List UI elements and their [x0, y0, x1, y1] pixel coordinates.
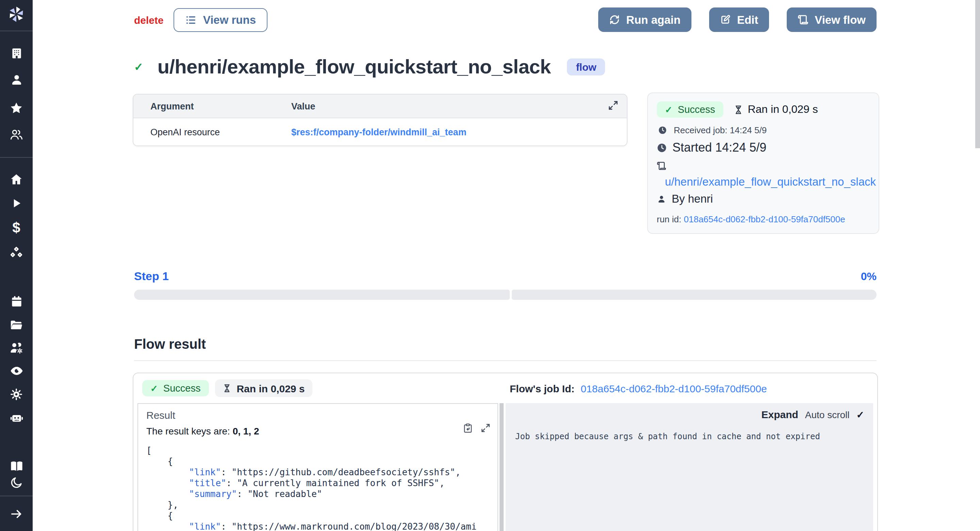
result-card-header: ✓ Success Ran in 0,029 s Flow's job Id: … [134, 373, 877, 403]
code-line: "summary": "Not readable" [146, 489, 489, 500]
hourglass-icon [733, 105, 743, 114]
autoscroll-toggle-label[interactable]: Auto scroll [805, 409, 850, 420]
result-title: Result [146, 409, 489, 421]
progress-percent: 0% [861, 271, 877, 283]
author-label: By henri [672, 192, 713, 205]
clock-icon [658, 126, 667, 135]
folders-folder-icon[interactable] [0, 318, 33, 332]
flow-result-heading: Flow result [134, 336, 206, 352]
run-id-label: run id: [657, 214, 681, 224]
arguments-table-header: Argument Value [134, 95, 627, 118]
list-icon [185, 14, 197, 25]
window-scrollbar [975, 0, 980, 531]
result-keys-value: 0, 1, 2 [233, 426, 259, 436]
scrollbar-thumb[interactable] [975, 0, 980, 148]
view-flow-label: View flow [815, 13, 865, 26]
column-header-argument: Argument [134, 101, 291, 111]
result-card-body: Result The result keys are: 0, 1, 2 [ { … [134, 403, 877, 531]
sidebar-divider [0, 157, 33, 158]
started-label: Started 14:24 5/9 [672, 141, 766, 155]
action-buttons: Run again Edit View flow [598, 8, 877, 32]
code-line: }, [146, 500, 489, 510]
code-line: "link": "https://github.com/deadbeefsoci… [146, 467, 489, 478]
started-info: Started 14:24 5/9 [657, 141, 870, 155]
argument-name-cell: OpenAI resource [134, 127, 291, 137]
groups-settings-icon[interactable] [0, 341, 33, 355]
run-id-row: run id: 018a654c-d062-fbb2-d100-59fa70df… [657, 214, 870, 224]
scroll-flow-icon [798, 14, 808, 25]
json-code: [ { "link": "https://github.com/deadbeef… [146, 445, 489, 531]
workspace-building-icon[interactable] [0, 47, 33, 60]
section-divider [134, 360, 877, 361]
flow-result-card: ✓ Success Ran in 0,029 s Flow's job Id: … [133, 372, 878, 531]
flow-path-link[interactable]: u/henri/example_flow_quickstart_no_slack [657, 175, 870, 188]
docs-book-icon[interactable] [0, 459, 33, 473]
expand-table-icon[interactable] [608, 100, 619, 114]
duration-badge: Ran in 0,029 s [215, 379, 312, 397]
result-keys-prefix: The result keys are: [146, 426, 233, 436]
run-info-panel: ✓ Success Ran in 0,029 s Received job: 1… [647, 92, 879, 234]
flow-type-badge: flow [567, 59, 605, 76]
step-label[interactable]: Step 1 [134, 270, 169, 284]
sidebar-divider [0, 30, 33, 31]
code-line: { [146, 456, 489, 467]
check-icon: ✓ [150, 383, 158, 393]
edit-button[interactable]: Edit [709, 8, 769, 32]
hourglass-icon [222, 384, 231, 393]
ai-robot-icon[interactable] [0, 411, 33, 425]
page-title: u/henri/example_flow_quickstart_no_slack [158, 56, 551, 78]
status-label: Success [163, 383, 201, 394]
duration-label: Ran in 0,029 s [748, 103, 818, 116]
job-id-label: Flow's job Id: [510, 382, 574, 394]
sidebar: $ [0, 0, 33, 531]
home-icon[interactable] [0, 173, 33, 186]
variables-dollar-icon[interactable]: $ [0, 220, 33, 235]
expand-sidebar-arrow-icon[interactable] [0, 507, 33, 521]
view-runs-label: View runs [203, 13, 256, 26]
resources-boxes-icon[interactable] [0, 246, 33, 260]
clock-icon [657, 143, 667, 153]
run-again-button[interactable]: Run again [598, 8, 692, 32]
copy-clipboard-icon[interactable] [463, 423, 473, 433]
scroll-flow-icon [657, 161, 870, 173]
runs-play-icon[interactable] [0, 197, 33, 209]
groups-users-icon[interactable] [0, 128, 33, 141]
code-line: { [146, 510, 489, 521]
view-runs-button[interactable]: View runs [174, 8, 267, 32]
run-id-link[interactable]: 018a654c-d062-fbb2-d100-59fa70df500e [684, 214, 845, 224]
author-info: By henri [657, 192, 870, 205]
panel-resize-handle[interactable] [500, 403, 504, 531]
code-line: "title": "A currently maintained fork of… [146, 478, 489, 489]
user-icon[interactable] [0, 73, 33, 86]
autoscroll-check-icon[interactable]: ✓ [856, 409, 864, 420]
toolbar: delete View runs Run again Edit [134, 8, 877, 32]
sidebar-divider [0, 496, 33, 496]
expand-result-icon[interactable] [480, 423, 491, 433]
edit-pencil-icon [720, 14, 731, 25]
duration-info: Ran in 0,029 s [733, 103, 818, 116]
success-check-icon: ✓ [134, 60, 143, 73]
view-flow-button[interactable]: View flow [787, 8, 877, 32]
delete-button[interactable]: delete [134, 14, 164, 25]
favorites-star-icon[interactable] [0, 101, 33, 115]
result-json-panel: Result The result keys are: 0, 1, 2 [ { … [137, 403, 498, 531]
column-header-value: Value [291, 101, 627, 111]
audit-logs-eye-icon[interactable] [0, 364, 33, 378]
progress-bar [134, 290, 877, 300]
refresh-icon [609, 14, 620, 25]
duration-label: Ran in 0,029 s [237, 382, 305, 394]
received-label: Received job: 14:24 5/9 [674, 125, 767, 135]
schedules-calendar-icon[interactable] [0, 295, 33, 308]
progress-segment [134, 290, 510, 300]
windmill-run-page: $ de [0, 0, 980, 531]
settings-gear-icon[interactable] [0, 388, 33, 401]
log-text: Job skipped because args & path found in… [515, 432, 866, 441]
expand-logs-button[interactable]: Expand [761, 409, 798, 420]
status-badge: ✓ Success [142, 380, 208, 396]
job-id-link[interactable]: 018a654c-d062-fbb2-d100-59fa70df500e [581, 382, 767, 394]
windmill-logo-icon[interactable] [0, 5, 33, 23]
status-badge: ✓ Success [657, 101, 723, 117]
person-icon [657, 194, 666, 204]
theme-moon-icon[interactable] [0, 476, 33, 490]
argument-value-link[interactable]: $res:f/company-folder/windmill_ai_team [291, 127, 627, 137]
